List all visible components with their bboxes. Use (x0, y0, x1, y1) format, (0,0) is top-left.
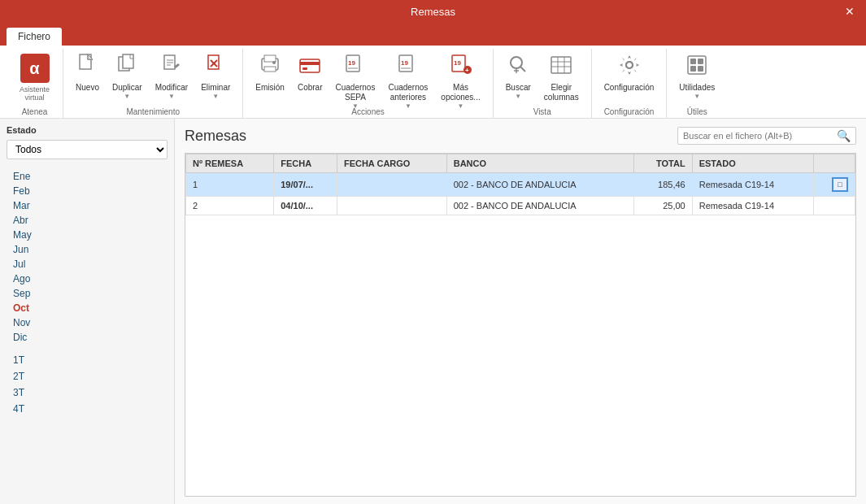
month-may[interactable]: May (7, 228, 168, 242)
col-fecha-cargo: FECHA CARGO (337, 154, 446, 173)
cuadernos-anteriores-label: Cuadernosanteriores (388, 83, 428, 102)
modificar-arrow: ▼ (168, 93, 175, 100)
svg-text:19: 19 (454, 59, 461, 67)
month-nov[interactable]: Nov (7, 315, 168, 330)
quarter-2t[interactable]: 2T (7, 369, 168, 384)
eliminar-label: Eliminar (201, 83, 230, 93)
duplicar-icon (117, 54, 137, 81)
modificar-button[interactable]: Modificar ▼ (150, 50, 194, 103)
cuadernos-sepa-label: CuadernosSEPA (335, 83, 375, 102)
svg-rect-43 (690, 66, 696, 72)
svg-point-29 (511, 57, 522, 68)
cell-estado: Remesada C19-14 (692, 197, 814, 215)
table-row[interactable]: 2 04/10/... 002 - BANCO DE ANDALUCIA 25,… (186, 197, 855, 215)
asistente-label: Asistentevirtual (20, 85, 50, 102)
table-row[interactable]: 1 19/07/... 002 - BANCO DE ANDALUCIA 185… (186, 173, 855, 197)
quarter-1t[interactable]: 1T (7, 353, 168, 367)
content-area: Estado Todos Pendiente Remesada Cobrada … (0, 119, 866, 504)
month-sep[interactable]: Sep (7, 286, 168, 301)
quarter-3t[interactable]: 3T (7, 385, 168, 400)
month-oct[interactable]: Oct (7, 301, 168, 315)
months-list: Ene Feb Mar Abr May Jun Jul Ago Sep Oct … (7, 169, 168, 416)
svg-rect-13 (264, 55, 276, 62)
cobrar-button[interactable]: Cobrar (292, 50, 329, 103)
month-mar[interactable]: Mar (7, 198, 168, 213)
fichero-tab[interactable]: Fichero (7, 28, 62, 46)
search-input[interactable] (683, 131, 837, 141)
elegir-columnas-label: Elegircolumnas (544, 83, 579, 102)
col-banco: BANCO (446, 154, 633, 173)
ribbon-group-vista: Buscar ▼ Elegircolumnas Vista (494, 49, 592, 118)
cuadernos-anteriores-button[interactable]: 19 Cuadernosanteriores ▼ (382, 50, 433, 103)
ribbon-group-configuracion: Configuración Configuración (592, 49, 668, 118)
cell-row-action: □ (814, 173, 855, 197)
svg-rect-33 (551, 57, 571, 73)
month-jul[interactable]: Jul (7, 257, 168, 272)
cell-fecha: 04/10/... (274, 197, 337, 215)
estado-select[interactable]: Todos Pendiente Remesada Cobrada (7, 140, 168, 159)
month-jun[interactable]: Jun (7, 242, 168, 257)
asistente-virtual-button[interactable]: α Asistentevirtual (13, 50, 56, 105)
cuadernos-sepa-button[interactable]: 19 CuadernosSEPA ▼ (329, 50, 381, 103)
duplicar-arrow: ▼ (124, 93, 130, 100)
cobrar-icon (298, 54, 321, 81)
table-container: Nº REMESA FECHA FECHA CARGO BANCO TOTAL … (185, 153, 856, 497)
eliminar-icon (206, 54, 225, 81)
mantenimiento-buttons: Nuevo Duplicar ▼ (70, 50, 236, 106)
close-button[interactable]: ✕ (833, 0, 866, 23)
nuevo-icon (77, 54, 97, 81)
ribbon-group-acciones: Emisión Cobrar 19 (243, 49, 493, 118)
atenea-icon: α (20, 54, 50, 83)
configuracion-group-label: Configuración (598, 106, 660, 116)
modificar-label: Modificar (155, 83, 189, 93)
main-header: Remesas 🔍 (185, 127, 856, 145)
page-title: Remesas (185, 128, 246, 145)
month-ago[interactable]: Ago (7, 272, 168, 286)
cell-banco: 002 - BANCO DE ANDALUCIA (446, 173, 633, 197)
title-bar: Remesas ✕ (0, 0, 866, 23)
estado-label: Estado (7, 125, 168, 135)
cell-banco: 002 - BANCO DE ANDALUCIA (446, 197, 633, 215)
mas-opciones-button[interactable]: 19 + Másopciones... ▼ (435, 50, 485, 103)
cell-row-action (814, 197, 855, 215)
ribbon-group-utiles: Utilidades ▼ Útiles (667, 49, 727, 118)
ribbon: α Asistentevirtual Atenea Nuevo (0, 46, 866, 119)
svg-text:19: 19 (348, 59, 355, 67)
utilidades-button[interactable]: Utilidades ▼ (673, 50, 720, 103)
emision-icon (260, 54, 280, 81)
month-ene[interactable]: Ene (7, 169, 168, 184)
atenea-group-label: Atenea (13, 106, 56, 116)
table-header-row: Nº REMESA FECHA FECHA CARGO BANCO TOTAL … (186, 154, 855, 173)
mas-opciones-icon: 19 + (450, 54, 472, 81)
acciones-buttons: Emisión Cobrar 19 (250, 50, 485, 106)
buscar-button[interactable]: Buscar ▼ (500, 50, 537, 103)
nuevo-button[interactable]: Nuevo (70, 50, 105, 103)
mas-opciones-label: Másopciones... (441, 83, 480, 102)
configuracion-button[interactable]: Configuración (598, 50, 660, 103)
modificar-icon (162, 54, 181, 81)
col-actions (814, 154, 855, 173)
buscar-arrow: ▼ (515, 93, 521, 100)
configuracion-label: Configuración (604, 83, 655, 93)
cell-fecha: 19/07/... (274, 173, 337, 197)
svg-rect-16 (300, 59, 320, 72)
search-box: 🔍 (677, 127, 856, 145)
cobrar-label: Cobrar (298, 83, 323, 93)
cell-total: 185,46 (633, 173, 692, 197)
window-title: Remesas (411, 6, 455, 18)
quarter-4t[interactable]: 4T (7, 402, 168, 416)
svg-rect-17 (300, 62, 320, 65)
eliminar-button[interactable]: Eliminar ▼ (195, 50, 236, 103)
row-actions: □ (820, 177, 848, 192)
month-feb[interactable]: Feb (7, 184, 168, 198)
duplicar-button[interactable]: Duplicar ▼ (107, 50, 148, 103)
svg-text:+: + (465, 67, 469, 74)
utilidades-icon (685, 54, 708, 81)
month-dic[interactable]: Dic (7, 330, 168, 345)
month-abr[interactable]: Abr (7, 213, 168, 228)
buscar-icon (508, 54, 528, 81)
elegir-columnas-button[interactable]: Elegircolumnas (538, 50, 585, 103)
row-action-button[interactable]: □ (832, 177, 848, 192)
emision-button[interactable]: Emisión (250, 50, 290, 103)
cell-estado: Remesada C19-14 (692, 173, 814, 197)
